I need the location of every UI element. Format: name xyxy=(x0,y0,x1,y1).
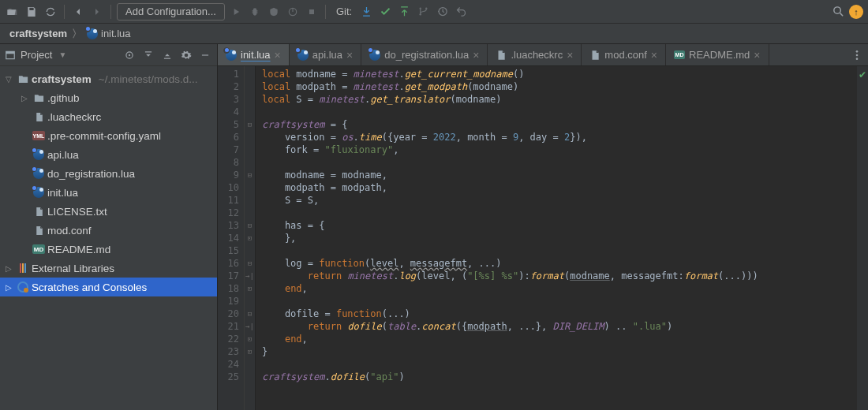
yaml-file-icon: YML xyxy=(32,129,45,142)
tab-label: mod.conf xyxy=(604,49,646,61)
project-tool-window: Project ▼ ▽ craftsystem ~/.minetest/mods… xyxy=(0,44,218,410)
editor-area: init.lua × api.lua × do_registration.lua… xyxy=(218,44,868,410)
tree-project-root[interactable]: ▽ craftsystem ~/.minetest/mods.d... xyxy=(0,69,217,88)
chevron-down-icon[interactable]: ▼ xyxy=(58,50,66,59)
tree-file-api[interactable]: · api.lua xyxy=(0,145,217,164)
tree-file-init[interactable]: · init.lua xyxy=(0,183,217,202)
git-label: Git: xyxy=(336,6,352,17)
folder-icon xyxy=(17,73,29,85)
tree-file-modconf[interactable]: · mod.conf xyxy=(0,221,217,240)
tree-node-label: LICENSE.txt xyxy=(47,206,107,218)
tree-node-label: README.md xyxy=(47,244,110,255)
tree-node-label: mod.conf xyxy=(47,225,92,237)
coverage-icon[interactable] xyxy=(266,4,282,20)
tab-api-lua[interactable]: api.lua × xyxy=(290,44,362,65)
tree-node-label: Scratches and Consoles xyxy=(32,281,147,293)
tree-node-label: api.lua xyxy=(47,149,79,161)
tab-doreg-lua[interactable]: do_registration.lua × xyxy=(361,44,488,65)
sync-icon[interactable] xyxy=(43,4,58,20)
tree-node-label: .github xyxy=(47,92,80,104)
tree-file-precommit[interactable]: · YML .pre-commit-config.yaml xyxy=(0,126,217,145)
tab-init-lua[interactable]: init.lua × xyxy=(218,44,290,65)
tab-label: do_registration.lua xyxy=(384,49,469,61)
close-icon[interactable]: × xyxy=(567,50,573,61)
tree-external-libraries[interactable]: ▷ External Libraries xyxy=(0,259,217,278)
lua-file-icon xyxy=(32,186,45,199)
tab-modconf[interactable]: mod.conf × xyxy=(582,44,666,65)
git-branch-icon[interactable] xyxy=(415,4,431,20)
lua-file-icon xyxy=(297,50,309,61)
svg-rect-14 xyxy=(6,51,15,54)
avatar-icon[interactable]: ↑ xyxy=(849,5,863,19)
tree-node-label: .luacheckrc xyxy=(47,111,101,123)
git-history-icon[interactable] xyxy=(434,4,450,20)
debug-icon[interactable] xyxy=(247,4,263,20)
folder-icon xyxy=(32,91,45,104)
close-icon[interactable]: × xyxy=(651,50,657,61)
stop-icon[interactable] xyxy=(304,4,320,20)
project-tool-header: Project ▼ xyxy=(0,44,217,66)
tree-node-label: craftsystem xyxy=(32,73,92,85)
nav-forward-icon[interactable] xyxy=(89,4,105,20)
tree-node-label: .pre-commit-config.yaml xyxy=(47,130,161,142)
nav-back-icon[interactable] xyxy=(70,4,86,20)
tab-label: .luacheckrc xyxy=(511,49,563,61)
toolbar-separator xyxy=(110,5,111,19)
chevron-right-icon[interactable]: ▷ xyxy=(3,283,14,292)
collapse-all-icon[interactable] xyxy=(160,48,174,62)
close-icon[interactable]: × xyxy=(275,50,281,61)
expand-all-icon[interactable] xyxy=(141,48,155,62)
close-icon[interactable]: × xyxy=(473,50,479,61)
editor-body[interactable]: 1234567891011121314151617181920212223242… xyxy=(218,66,868,410)
settings-icon[interactable] xyxy=(179,48,193,62)
close-icon[interactable]: × xyxy=(754,50,760,61)
profile-icon[interactable] xyxy=(285,4,301,20)
chevron-right-icon[interactable]: ▷ xyxy=(3,264,14,273)
tree-file-readme[interactable]: · MD README.md xyxy=(0,240,217,259)
editor-tabs: init.lua × api.lua × do_registration.lua… xyxy=(218,44,868,66)
libraries-icon xyxy=(17,262,29,274)
breadcrumb-project[interactable]: craftsystem xyxy=(9,28,67,39)
tree-file-license[interactable]: · LICENSE.txt xyxy=(0,202,217,221)
toolbar-separator xyxy=(64,5,65,19)
chevron-right-icon[interactable]: ▷ xyxy=(19,94,30,102)
git-rollback-icon[interactable] xyxy=(453,4,469,20)
scratches-icon xyxy=(17,281,29,293)
run-icon[interactable] xyxy=(228,4,244,20)
fold-gutter[interactable]: ⊟⊟⊟⊡⊟→|⊡⊟→|⊡⊡ xyxy=(245,66,256,410)
tree-folder-github[interactable]: ▷ .github xyxy=(0,88,217,107)
tree-node-hint: ~/.minetest/mods.d... xyxy=(99,73,198,85)
save-all-icon[interactable] xyxy=(24,4,39,20)
breadcrumb-file[interactable]: init.lua xyxy=(87,28,131,39)
tab-readme[interactable]: MD README.md × xyxy=(666,44,769,65)
tab-label: README.md xyxy=(689,49,750,61)
git-commit-icon[interactable] xyxy=(377,4,393,20)
file-icon xyxy=(32,110,45,123)
markdown-file-icon: MD xyxy=(32,243,45,255)
tree-file-doreg[interactable]: · do_registration.lua xyxy=(0,164,217,183)
git-pull-icon[interactable] xyxy=(358,4,374,20)
tree-file-luacheckrc[interactable]: · .luacheckrc xyxy=(0,107,217,126)
lua-file-icon xyxy=(32,148,45,161)
select-opened-icon[interactable] xyxy=(122,48,137,62)
lua-file-icon xyxy=(226,50,237,61)
code-editor[interactable]: local modname = minetest.get_current_mod… xyxy=(256,66,857,410)
project-tool-title[interactable]: Project xyxy=(21,49,52,61)
tab-label: init.lua xyxy=(241,49,271,61)
close-icon[interactable]: × xyxy=(346,50,353,61)
open-icon[interactable] xyxy=(5,4,21,20)
lua-file-icon xyxy=(369,50,380,61)
error-stripe[interactable]: ✔ xyxy=(857,66,868,410)
tab-luacheckrc[interactable]: .luacheckrc × xyxy=(488,44,582,65)
chevron-down-icon[interactable]: ▽ xyxy=(3,75,14,84)
lua-file-icon xyxy=(32,167,45,180)
tabs-more-icon[interactable] xyxy=(846,44,868,65)
project-tree[interactable]: ▽ craftsystem ~/.minetest/mods.d... ▷ .g… xyxy=(0,66,217,410)
git-push-icon[interactable] xyxy=(396,4,412,20)
hide-icon[interactable] xyxy=(198,48,212,62)
run-configurations-button[interactable]: Add Configuration... xyxy=(117,3,225,20)
tree-scratches[interactable]: ▷ Scratches and Consoles xyxy=(0,278,217,296)
search-everywhere-icon[interactable] xyxy=(830,4,846,20)
line-number-gutter: 1234567891011121314151617181920212223242… xyxy=(218,66,245,410)
file-icon xyxy=(32,205,45,218)
